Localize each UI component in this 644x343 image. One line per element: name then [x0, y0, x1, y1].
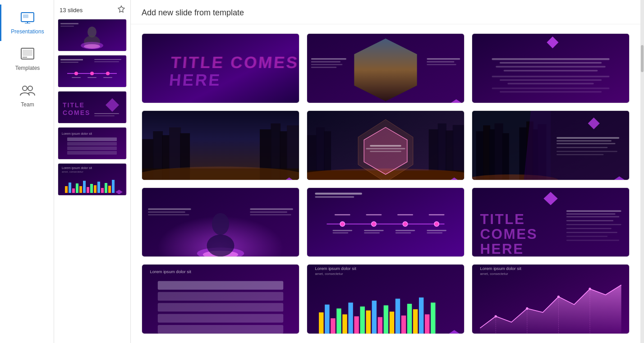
template-card-9[interactable]: TITLE COMES HERE	[472, 188, 630, 257]
svg-rect-47	[79, 186, 82, 193]
template-card-8[interactable]	[307, 188, 465, 257]
nav-item-team[interactable]: Team	[0, 78, 54, 114]
svg-rect-20	[94, 61, 119, 62]
page-title: Add new slide from template	[142, 8, 630, 18]
svg-rect-54	[105, 183, 107, 193]
svg-text:amet, consectetur: amet, consectetur	[315, 272, 343, 276]
svg-rect-121	[502, 133, 509, 180]
template-card-4[interactable]	[142, 110, 299, 180]
svg-rect-205	[384, 306, 388, 334]
svg-rect-55	[108, 186, 111, 193]
svg-point-24	[106, 72, 110, 75]
slide-thumb-4[interactable]: Lorem ipsum dolor sit	[58, 127, 127, 160]
svg-rect-131	[557, 140, 612, 142]
svg-rect-132	[557, 143, 616, 144]
svg-rect-175	[566, 213, 616, 215]
svg-point-13	[84, 44, 100, 49]
svg-rect-147	[250, 211, 287, 213]
svg-point-8	[28, 86, 32, 91]
svg-rect-111	[370, 145, 401, 146]
svg-text:COMES: COMES	[480, 226, 538, 242]
svg-point-7	[23, 86, 27, 91]
svg-rect-50	[90, 184, 93, 193]
template-card-12[interactable]: Lorem ipsum dolor sit amet, consectetur	[472, 264, 630, 334]
svg-rect-146	[250, 208, 293, 210]
template-card-1[interactable]: TITLE COMES HERE TITLE COMES	[142, 33, 299, 103]
svg-text:TITLE COMES: TITLE COMES	[170, 53, 299, 72]
svg-rect-53	[101, 188, 104, 193]
svg-rect-167	[427, 230, 446, 231]
svg-rect-181	[566, 236, 607, 237]
svg-rect-81	[492, 76, 610, 77]
svg-text:Lorem ipsum dolor sit: Lorem ipsum dolor sit	[62, 166, 92, 170]
template-card-3[interactable]	[472, 33, 630, 103]
main-header: Add new slide from template	[131, 0, 640, 24]
svg-rect-117	[476, 131, 484, 180]
svg-rect-15	[60, 26, 74, 27]
svg-rect-188	[158, 314, 283, 323]
svg-text:Lorem ipsum dolor sit: Lorem ipsum dolor sit	[480, 266, 521, 271]
svg-rect-168	[427, 232, 442, 233]
svg-rect-19	[94, 59, 121, 60]
svg-rect-178	[566, 224, 621, 225]
svg-rect-148	[250, 214, 291, 215]
svg-rect-179	[566, 228, 612, 229]
svg-rect-43	[65, 186, 68, 193]
svg-rect-196	[331, 318, 335, 334]
svg-rect-130	[557, 137, 619, 138]
svg-rect-195	[325, 305, 329, 334]
svg-rect-1	[23, 14, 28, 18]
team-icon	[19, 84, 36, 100]
svg-rect-128	[551, 111, 629, 180]
svg-rect-163	[364, 230, 384, 231]
svg-rect-14	[60, 23, 78, 24]
svg-rect-77	[492, 58, 610, 60]
svg-point-23	[90, 72, 94, 75]
pin-icon[interactable]	[118, 5, 125, 14]
left-navigation: Presentations Templates Team	[0, 0, 54, 343]
svg-rect-151	[315, 196, 354, 197]
svg-text:TITLE: TITLE	[63, 101, 85, 109]
svg-rect-207	[396, 299, 400, 334]
svg-rect-197	[336, 309, 341, 334]
template-card-2[interactable]	[307, 33, 465, 103]
svg-rect-33	[94, 115, 115, 116]
template-card-7[interactable]	[142, 188, 299, 257]
svg-rect-48	[83, 181, 86, 193]
scroll-thumb[interactable]	[641, 45, 644, 72]
template-card-10[interactable]: Lorem ipsum dolor sit	[142, 264, 299, 334]
svg-rect-49	[87, 187, 89, 193]
team-label: Team	[21, 101, 34, 108]
svg-rect-145	[148, 214, 189, 215]
svg-text:HERE: HERE	[168, 71, 222, 89]
svg-text:TITLE: TITLE	[480, 211, 525, 227]
svg-rect-83	[507, 83, 593, 84]
svg-point-156	[434, 221, 439, 226]
svg-rect-135	[557, 154, 603, 155]
template-card-6[interactable]	[472, 110, 630, 180]
svg-rect-150	[315, 192, 362, 194]
svg-rect-165	[396, 230, 415, 231]
slide-thumb-2[interactable]	[58, 55, 127, 87]
template-card-5[interactable]	[307, 110, 465, 180]
svg-rect-37	[67, 142, 117, 146]
slide-thumb-5[interactable]: Lorem ipsum dolor sit amet, consectetur	[58, 163, 127, 196]
svg-rect-162	[333, 232, 349, 233]
nav-item-presentations[interactable]: Presentations	[0, 5, 54, 41]
svg-rect-112	[366, 148, 405, 149]
slide-thumb-1[interactable]	[58, 19, 127, 51]
slide-thumb-3[interactable]: TITLE COMES	[58, 91, 127, 123]
svg-text:amet, consectetur: amet, consectetur	[62, 170, 83, 173]
template-card-11[interactable]: Lorem ipsum dolor sit amet, consectetur	[307, 264, 465, 334]
templates-label: Templates	[15, 65, 40, 71]
svg-rect-17	[60, 59, 83, 60]
svg-text:HERE: HERE	[480, 241, 524, 257]
svg-rect-80	[504, 70, 598, 71]
svg-rect-211	[419, 297, 423, 334]
nav-item-templates[interactable]: Templates	[0, 41, 54, 78]
svg-rect-180	[566, 232, 617, 233]
presentations-icon	[20, 11, 35, 27]
svg-rect-52	[97, 182, 100, 193]
svg-rect-18	[60, 62, 78, 63]
svg-rect-202	[366, 311, 371, 334]
